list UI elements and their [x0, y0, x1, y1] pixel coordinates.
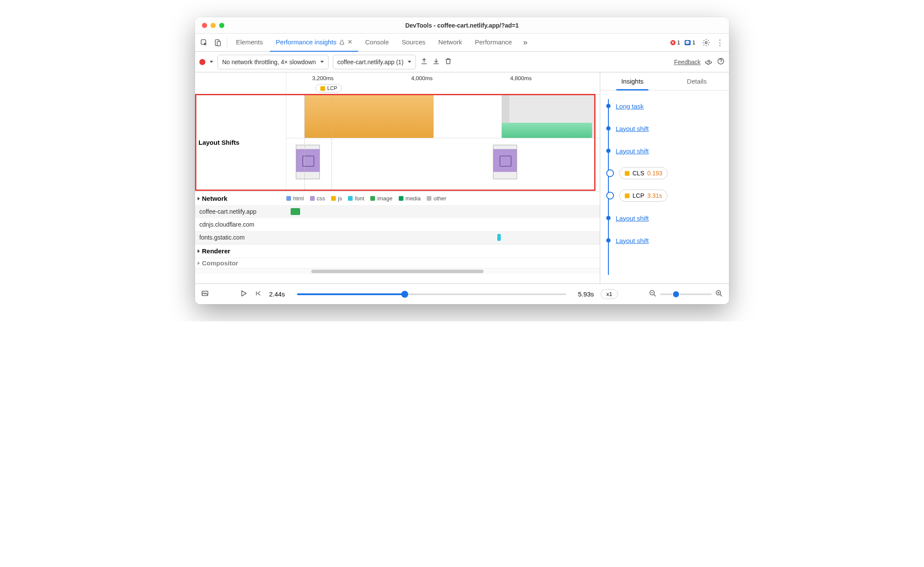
- maximize-window-button[interactable]: [219, 23, 224, 28]
- renderer-section-header[interactable]: Renderer: [195, 244, 600, 258]
- delete-icon[interactable]: [444, 57, 452, 67]
- network-row[interactable]: cdnjs.cloudflare.com: [195, 218, 600, 231]
- insight-item[interactable]: Layout shift: [606, 140, 723, 162]
- titlebar: DevTools - coffee-cart.netlify.app/?ad=1: [195, 17, 729, 34]
- record-button[interactable]: [199, 59, 205, 65]
- zoom-in-icon[interactable]: [715, 290, 723, 299]
- import-icon[interactable]: [432, 57, 440, 67]
- timeline-header: 3,200ms 4,000ms 4,800ms LCP: [195, 72, 600, 95]
- play-icon[interactable]: [240, 290, 248, 299]
- network-legend: html css js font image media other: [286, 195, 446, 202]
- track-content[interactable]: [286, 95, 600, 190]
- time-end: 5.93s: [578, 290, 594, 298]
- more-tabs-icon[interactable]: »: [519, 36, 532, 49]
- kebab-menu-icon[interactable]: ⋮: [713, 36, 726, 49]
- minimize-window-button[interactable]: [211, 23, 216, 28]
- tab-performance-insights[interactable]: Performance insights ×: [270, 34, 358, 52]
- time-ticks: 3,200ms 4,000ms 4,800ms LCP: [286, 72, 600, 94]
- settings-icon[interactable]: [700, 36, 713, 49]
- time-start: 2.44s: [269, 290, 285, 298]
- error-counter[interactable]: ✕1: [670, 39, 680, 46]
- block-green[interactable]: [502, 123, 592, 138]
- tab-console[interactable]: Console: [359, 34, 395, 52]
- compositor-section-header[interactable]: Compositor: [195, 258, 600, 268]
- insights-tabs: Insights Details: [600, 72, 729, 90]
- insights-timeline: Long task Layout shift Layout shift CLS …: [600, 90, 729, 284]
- lcp-marker[interactable]: LCP: [316, 84, 342, 93]
- tab-details[interactable]: Details: [665, 72, 729, 90]
- device-toggle-icon[interactable]: [211, 36, 224, 49]
- jump-start-icon[interactable]: [254, 290, 262, 299]
- horizontal-scrollbar[interactable]: [195, 268, 600, 274]
- traffic-lights: [202, 23, 224, 28]
- timeline-panel: 3,200ms 4,000ms 4,800ms LCP Layout Shift…: [195, 72, 600, 284]
- svg-rect-2: [217, 41, 221, 46]
- close-tab-icon[interactable]: ×: [347, 37, 352, 47]
- tab-sources[interactable]: Sources: [396, 34, 431, 52]
- close-window-button[interactable]: [202, 23, 207, 28]
- screenshot-thumb-1[interactable]: [296, 145, 320, 179]
- insight-item[interactable]: Long task: [606, 95, 723, 117]
- tab-insights[interactable]: Insights: [600, 72, 665, 90]
- record-menu-caret[interactable]: [210, 61, 213, 63]
- footer-controls: 2.44s 5.93s x1: [195, 284, 729, 304]
- window-title: DevTools - coffee-cart.netlify.app/?ad=1: [195, 22, 729, 29]
- toggle-screenshots-icon[interactable]: [201, 290, 209, 299]
- insights-panel: Insights Details Long task Layout shift …: [600, 72, 729, 284]
- svg-point-3: [705, 41, 707, 44]
- recording-toolbar: No network throttling, 4× slowdown coffe…: [195, 52, 729, 72]
- main-panel: 3,200ms 4,000ms 4,800ms LCP Layout Shift…: [195, 72, 729, 284]
- network-row[interactable]: fonts.gstatic.com: [195, 231, 600, 244]
- panel-settings-icon[interactable]: [705, 57, 713, 67]
- insight-cls[interactable]: CLS 0.193: [606, 162, 723, 184]
- disclosure-triangle-icon[interactable]: [198, 249, 200, 253]
- devtools-tabs: Elements Performance insights × Console …: [195, 34, 729, 52]
- insight-item[interactable]: Layout shift: [606, 229, 723, 252]
- issues-counter[interactable]: 💬1: [685, 39, 695, 46]
- flask-icon: [339, 39, 345, 45]
- disclosure-triangle-icon[interactable]: [198, 197, 200, 200]
- zoom-out-icon[interactable]: [649, 290, 657, 299]
- screenshot-thumb-2[interactable]: [493, 145, 517, 179]
- tab-elements[interactable]: Elements: [230, 34, 269, 52]
- export-icon[interactable]: [420, 57, 428, 67]
- throttle-select[interactable]: No network throttling, 4× slowdown: [217, 55, 329, 69]
- track-label: Layout Shifts: [195, 95, 286, 190]
- insight-item[interactable]: Layout shift: [606, 117, 723, 140]
- zoom-slider[interactable]: [660, 293, 712, 295]
- network-section-header[interactable]: Network html css js font image media oth…: [195, 191, 600, 205]
- layout-shifts-track: Layout Shifts: [195, 95, 600, 190]
- zoom-controls: [649, 290, 723, 299]
- block-orange[interactable]: [304, 95, 434, 138]
- insight-lcp[interactable]: LCP 3.31s: [606, 184, 723, 207]
- disclosure-triangle-icon[interactable]: [198, 262, 200, 265]
- network-row[interactable]: coffee-cart.netlify.app: [195, 205, 600, 218]
- time-slider[interactable]: [297, 293, 566, 295]
- feedback-link[interactable]: Feedback: [674, 59, 701, 65]
- tab-performance[interactable]: Performance: [469, 34, 518, 52]
- recording-select[interactable]: coffee-cart.netlify.app (1): [333, 55, 416, 69]
- zoom-level[interactable]: x1: [601, 289, 618, 299]
- tab-network[interactable]: Network: [432, 34, 468, 52]
- insight-item[interactable]: Layout shift: [606, 207, 723, 229]
- svg-point-4: [708, 60, 710, 62]
- inspect-icon[interactable]: [198, 36, 211, 49]
- help-icon[interactable]: [717, 57, 725, 67]
- devtools-window: DevTools - coffee-cart.netlify.app/?ad=1…: [195, 17, 729, 304]
